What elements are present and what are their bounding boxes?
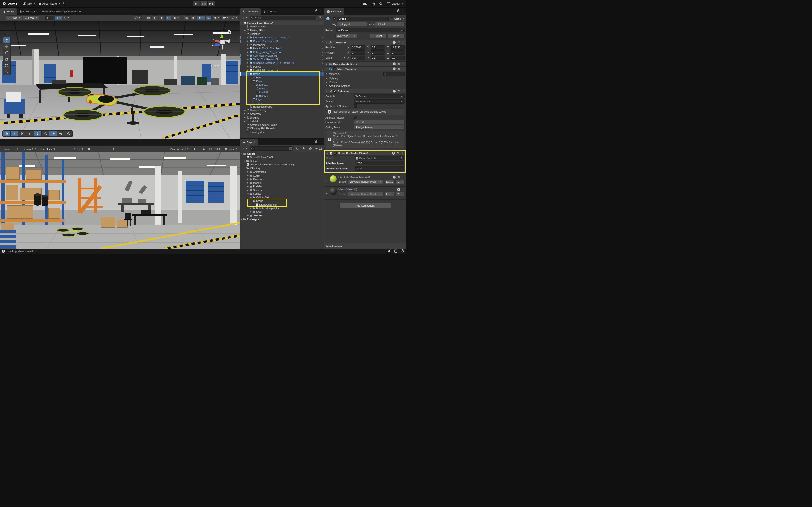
tag-dropdown[interactable]: Untagged▼: [337, 22, 367, 26]
rect-tool[interactable]: [3, 62, 10, 68]
hierarchy-search-input[interactable]: ▼ All: [250, 16, 316, 20]
hierarchy-row[interactable]: EventSystem: [240, 130, 324, 134]
hierarchy-row[interactable]: ▶Industrial_Scale_01a_Prefab_01›: [240, 36, 324, 40]
grid-overlay-button[interactable]: [18, 131, 26, 136]
scene-orientation-gizmo[interactable]: y x z ‹ Persp: [211, 30, 233, 53]
project-row[interactable]: ▼Assets: [240, 152, 324, 156]
debugger-detach-icon[interactable]: [388, 249, 391, 252]
overrides-dropdown[interactable]: Overrides▼: [335, 34, 357, 38]
component-menu-icon[interactable]: ⋮: [402, 175, 405, 179]
vsync-icon[interactable]: [208, 147, 213, 151]
project-row[interactable]: ▶Materials: [240, 177, 324, 181]
shader-list-button[interactable]: ▼: [396, 192, 405, 196]
select-button[interactable]: Select: [370, 34, 387, 38]
tab-graph-window[interactable]: Unity.VisualScripting.GraphWindo: [39, 8, 84, 14]
tab-console[interactable]: Console: [261, 8, 279, 14]
script-object-field[interactable]: #DroneController⊙: [355, 156, 404, 160]
hierarchy-row[interactable]: ▶Manufacturing: [240, 108, 324, 112]
avatar-object-field[interactable]: None (Avatar)⊙: [354, 99, 405, 104]
expand-arrow[interactable]: ▶: [247, 189, 249, 191]
grid-snap-toggle[interactable]: ▼: [54, 15, 62, 20]
expand-arrow[interactable]: ▶: [247, 69, 249, 71]
invalid-assets-button[interactable]: [308, 146, 313, 151]
collapse-arrow[interactable]: ▼: [244, 33, 246, 35]
hierarchy-row[interactable]: ▶Forklift_01_Prefab_02›: [240, 68, 324, 72]
hierarchy-menu-icon[interactable]: ⋮: [319, 9, 322, 12]
hierarchy-row[interactable]: fan.001: [240, 83, 324, 87]
sphere-toggle[interactable]: [159, 15, 164, 20]
draw-mode-dropdown[interactable]: ▼: [134, 15, 142, 20]
expand-arrow[interactable]: ▶: [244, 113, 246, 115]
component-menu-icon[interactable]: ⋮: [402, 62, 405, 66]
hierarchy-expand-button[interactable]: [317, 15, 323, 20]
prefab-open-chevron[interactable]: ›: [322, 36, 323, 39]
layers-dropdown[interactable]: ▼: [213, 15, 221, 20]
expand-arrow[interactable]: ▶: [247, 37, 249, 39]
expand-arrow[interactable]: ▶: [247, 178, 249, 180]
hierarchy-row[interactable]: Main Camera: [240, 25, 324, 29]
hierarchy-row[interactable]: ▼Logistics: [240, 32, 324, 36]
hierarchy-row[interactable]: Logo: [240, 98, 324, 101]
lock-icon[interactable]: [315, 140, 317, 143]
expand-arrow[interactable]: ▶: [247, 66, 249, 68]
help-icon[interactable]: ?: [393, 67, 396, 70]
pause-button[interactable]: ❚❚: [200, 1, 207, 6]
expand-arrow[interactable]: ▶: [247, 44, 249, 46]
expand-arrow[interactable]: ▶: [241, 218, 243, 220]
inspector-menu-icon[interactable]: ⋮: [402, 9, 405, 12]
visibility-count[interactable]: 22: [314, 146, 323, 151]
effects-dropdown[interactable]: ▼: [197, 15, 205, 20]
drone-controller-header[interactable]: ▼ # ✓ Drone Controller (Script) ?⋮: [325, 151, 405, 156]
hierarchy-row[interactable]: ▶Pallets: [240, 65, 324, 68]
layout-dropdown[interactable]: Layout▼: [387, 2, 404, 5]
filter-type-button[interactable]: [294, 146, 300, 151]
lock-icon[interactable]: [315, 9, 317, 12]
component-menu-icon[interactable]: ⋮: [402, 67, 405, 71]
game-audio-toggle[interactable]: [201, 147, 207, 151]
object-picker-icon[interactable]: ⊙: [401, 95, 403, 98]
project-row[interactable]: ▶Textures: [240, 214, 324, 218]
scale-tool[interactable]: [3, 56, 10, 62]
prefab-open-chevron[interactable]: ›: [322, 51, 323, 53]
expand-arrow[interactable]: ▶: [244, 30, 246, 31]
snap-overlay-button[interactable]: [34, 131, 41, 136]
hierarchy-row[interactable]: ▶Cart_01a_Prefab_01›: [240, 54, 324, 58]
project-row[interactable]: ▼Drone: [240, 199, 324, 203]
project-row[interactable]: ▼XFactory: [240, 166, 324, 170]
project-row[interactable]: #DroneController: [240, 203, 324, 207]
project-row[interactable]: ▶Audio: [240, 174, 324, 177]
shader-dropdown[interactable]: Universal Render Pipel▼: [348, 192, 383, 196]
transform-header[interactable]: ▼ Transform ?⋮: [324, 40, 406, 45]
move-snap-overlay-button[interactable]: [49, 131, 57, 136]
expand-arrow[interactable]: ▶: [247, 171, 249, 173]
help-icon[interactable]: ?: [393, 41, 396, 44]
hierarchy-row[interactable]: fan.002: [240, 87, 324, 91]
expand-arrow[interactable]: ▶: [244, 160, 246, 162]
camera-dropdown[interactable]: ▼: [221, 15, 230, 20]
asset-store-menu[interactable]: Asset Store▼: [38, 2, 60, 5]
cache-server-icon[interactable]: [394, 249, 397, 252]
search-expand-icon[interactable]: [290, 148, 292, 150]
expand-arrow[interactable]: ▶: [250, 196, 252, 199]
debug-dropdown[interactable]: ▼: [172, 15, 180, 20]
project-row[interactable]: ▶Settings: [240, 159, 324, 163]
shading-overlay-button[interactable]: [26, 131, 34, 136]
hierarchy-row[interactable]: ▶Assembly: [240, 112, 324, 116]
help-icon[interactable]: ?: [397, 188, 400, 191]
expand-arrow[interactable]: ▶: [244, 117, 246, 119]
search-icon[interactable]: [379, 2, 383, 6]
hierarchy-row[interactable]: Ambient Factory Sound: [240, 123, 324, 127]
idle-fan-speed-field[interactable]: 1000: [355, 161, 404, 165]
hierarchy-row[interactable]: ▶Table_01a_Prefab_01›: [240, 58, 324, 61]
scene-viewport[interactable]: ☰ y: [0, 21, 240, 139]
layer-dropdown[interactable]: Default▼: [375, 22, 405, 26]
mesh-filter-header[interactable]: ▶ Drone (Mesh Filter) ?⋮: [324, 61, 406, 66]
collapse-arrow[interactable]: ▼: [241, 153, 243, 155]
project-row[interactable]: DefaultVolumeProfile: [240, 156, 324, 159]
project-add-button[interactable]: ＋▼: [241, 146, 249, 151]
compass-overlay-button[interactable]: [65, 131, 72, 136]
scale-x-field[interactable]: 0.2: [351, 56, 365, 60]
hierarchy-row[interactable]: ▶Mezzanine: [240, 43, 324, 47]
component-menu-icon[interactable]: ⋮: [402, 41, 405, 44]
component-menu-icon[interactable]: ⋮: [401, 151, 404, 155]
